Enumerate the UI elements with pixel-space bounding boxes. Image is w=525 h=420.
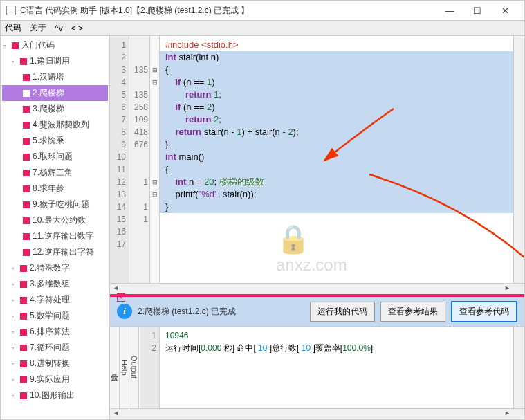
code-body[interactable]: #include <stdio.h>int stair(int n){ if (…	[160, 36, 513, 283]
action-bar: × i 2.爬楼梯 (test1.2.c) 已完成 运行我的代码 查看参考结果 …	[110, 294, 524, 326]
run-my-code-button[interactable]: 运行我的代码	[310, 302, 375, 322]
tree-group-8.进制转换[interactable]: ▫8.进制转换	[2, 356, 108, 372]
tree-item-9.猴子吃桃问题[interactable]: 9.猴子吃桃问题	[2, 197, 108, 212]
menu-about[interactable]: 关于	[30, 22, 46, 34]
output-horizontal-scrollbar[interactable]	[110, 408, 524, 419]
tree-item-10.最大公约数[interactable]: 10.最大公约数	[2, 212, 108, 228]
sidebar: ▫入门代码 ▫1.递归调用 1.汉诺塔2.爬楼梯3.爬楼梯4.斐波那契数列5.求…	[1, 36, 110, 419]
menu-toggle[interactable]: ^v	[55, 24, 63, 33]
minimize-button[interactable]: —	[436, 1, 463, 20]
tree-group-1[interactable]: ▫1.递归调用	[2, 53, 108, 69]
tree-item-4.斐波那契数列[interactable]: 4.斐波那契数列	[2, 117, 108, 133]
tree-root[interactable]: ▫入门代码	[2, 37, 108, 53]
view-reference-code-button[interactable]: 查看参考代码	[451, 301, 517, 322]
tree-group-6.排序算法[interactable]: ▫6.排序算法	[2, 324, 108, 340]
tree-group-4.字符处理[interactable]: ▫4.字符处理	[2, 292, 108, 308]
code-editor[interactable]: 1234567891011121314151617 135 1352581094…	[110, 36, 524, 283]
menu-expand[interactable]: < >	[71, 24, 83, 33]
titlebar: C语言 代码实例 助手 [版本1.0]【2.爬楼梯 (test1.2.c) 已完…	[0, 0, 525, 21]
info-icon: i	[117, 304, 132, 319]
tree-item-6.取球问题[interactable]: 6.取球问题	[2, 149, 108, 165]
fold-gutter[interactable]: ⊟⊟ ⊟⊟	[150, 36, 160, 283]
vtab-help[interactable]: Help	[120, 327, 129, 408]
tree-group-9.实际应用[interactable]: ▫9.实际应用	[2, 372, 108, 387]
close-button[interactable]: ✕	[491, 1, 519, 20]
vtab-output[interactable]: Output	[129, 327, 139, 408]
maximize-button[interactable]: ☐	[463, 1, 491, 20]
tree-item-7.杨辉三角[interactable]: 7.杨辉三角	[2, 165, 108, 181]
tree-group-3.多维数组[interactable]: ▫3.多维数组	[2, 276, 108, 292]
panel-close-icon[interactable]: ×	[117, 293, 125, 302]
view-result-button[interactable]: 查看参考结果	[380, 302, 445, 322]
tree-group-2.特殊数字[interactable]: ▫2.特殊数字	[2, 260, 108, 276]
tree-group-5.数学问题[interactable]: ▫5.数学问题	[2, 308, 108, 324]
vertical-scrollbar[interactable]	[513, 36, 524, 283]
line-numbers: 1234567891011121314151617	[110, 36, 129, 283]
coverage-counts: 135 135258109418676 1 11	[129, 36, 150, 283]
output-panel: 公众号 Help Output 12 10946运行时间[0.000 秒] 命中…	[110, 326, 524, 408]
vtab-wechat[interactable]: 公众号	[110, 327, 120, 408]
window-title: C语言 代码实例 助手 [版本1.0]【2.爬楼梯 (test1.2.c) 已完…	[20, 5, 436, 17]
action-label: 2.爬楼梯 (test1.2.c) 已完成	[138, 306, 304, 318]
horizontal-scrollbar[interactable]	[110, 283, 524, 294]
tree-item-3.爬楼梯[interactable]: 3.爬楼梯	[2, 101, 108, 117]
tree-item-11.逆序输出数字[interactable]: 11.逆序输出数字	[2, 228, 108, 244]
menubar: 代码 关于 ^v < >	[0, 21, 525, 36]
tree-item-1.汉诺塔[interactable]: 1.汉诺塔	[2, 69, 108, 85]
output-body: 10946运行时间[0.000 秒] 命中[ 10 ]总行数[ 10 ]覆盖率[…	[160, 327, 513, 408]
tree-group-10.图形输出[interactable]: ▫10.图形输出	[2, 387, 108, 403]
output-vertical-scrollbar[interactable]	[513, 327, 524, 408]
tree-group-7.循环问题[interactable]: ▫7.循环问题	[2, 340, 108, 356]
output-line-numbers: 12	[140, 327, 160, 408]
app-icon	[6, 6, 16, 15]
tree-item-8.求年龄[interactable]: 8.求年龄	[2, 181, 108, 197]
tree-item-12.逆序输出字符[interactable]: 12.逆序输出字符	[2, 244, 108, 260]
tree-item-2.爬楼梯[interactable]: 2.爬楼梯	[2, 85, 108, 101]
tree-item-5.求阶乘[interactable]: 5.求阶乘	[2, 133, 108, 149]
menu-code[interactable]: 代码	[5, 22, 21, 34]
